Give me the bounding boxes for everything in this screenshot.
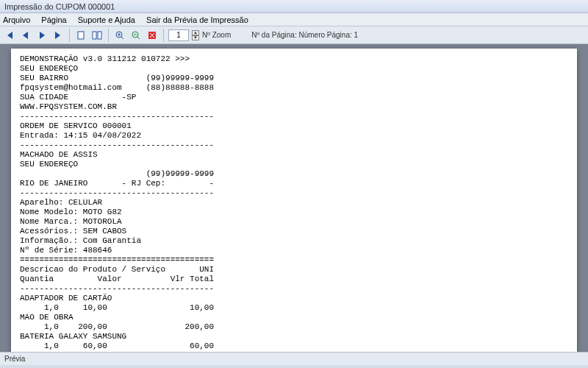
zoom-input[interactable] <box>168 29 189 41</box>
receipt-separator: ---------------------------------------- <box>20 351 214 352</box>
receipt-separator: ---------------------------------------- <box>20 141 214 149</box>
nav-first-button[interactable] <box>3 29 16 42</box>
menu-sair[interactable]: Sair da Prévia de Impressão <box>146 15 248 24</box>
receipt-separator: ---------------------------------------- <box>20 112 214 121</box>
svg-rect-2 <box>98 32 101 39</box>
toolbar: ▲▼ Nº Zoom Nº da Página: Número Página: … <box>0 26 588 44</box>
toolbar-separator <box>108 29 109 42</box>
page-single-icon[interactable] <box>74 29 87 42</box>
page-number-label: Nº da Página: Número Página: 1 <box>251 31 358 39</box>
status-text: Prévia <box>4 355 25 363</box>
receipt-line: ADAPTADOR DE CARTÃO <box>20 294 112 302</box>
window-titlebar: Impressão do CUPOM 000001 <box>0 0 588 13</box>
receipt-line: 1,0 10,00 10,00 <box>20 303 214 312</box>
receipt-line: SEU BAIRRO (99)99999-9999 <box>20 74 214 82</box>
zoom-field: ▲▼ Nº Zoom <box>168 29 231 41</box>
nav-prev-button[interactable] <box>19 29 32 42</box>
zoom-label: Nº Zoom <box>202 31 231 39</box>
receipt-line: Aparelho: CELULAR <box>20 198 102 207</box>
menu-pagina[interactable]: Página <box>41 15 66 24</box>
zoom-in-icon[interactable] <box>113 29 126 42</box>
receipt-separator: ---------------------------------------- <box>20 188 214 197</box>
receipt-line: 1,0 200,00 200,00 <box>20 322 214 331</box>
receipt-line: Acessórios.: SEM CABOS <box>20 227 126 236</box>
svg-rect-0 <box>78 32 84 39</box>
receipt-line: SEU ENDEREÇO <box>20 160 78 169</box>
receipt-line: DEMONSTRAÇÃO v3.0 311212 010722 >>> <box>20 54 190 63</box>
toolbar-separator <box>69 29 70 42</box>
nav-last-button[interactable] <box>51 29 65 42</box>
receipt-line: (99)99999-9999 <box>20 169 214 178</box>
receipt-line: fpqsystem@hotmail.com (88)88888-8888 <box>20 83 214 92</box>
zoom-spinner[interactable]: ▲▼ <box>192 30 199 40</box>
menu-suporte[interactable]: Suporte e Ajuda <box>78 15 135 24</box>
preview-viewport[interactable]: DEMONSTRAÇÃO v3.0 311212 010722 >>> SEU … <box>0 44 588 352</box>
receipt-page: DEMONSTRAÇÃO v3.0 311212 010722 >>> SEU … <box>11 49 577 352</box>
window-title: Impressão do CUPOM 000001 <box>4 2 115 11</box>
receipt-line: Nome Modelo: MOTO G82 <box>20 208 122 216</box>
receipt-line: MAO DE OBRA <box>20 313 74 322</box>
toolbar-separator <box>163 29 164 42</box>
svg-rect-1 <box>93 32 96 39</box>
receipt-line: Nº de Série: 488646 <box>20 246 112 255</box>
receipt-line: Informação.: Com Garantia <box>20 236 141 245</box>
receipt-line: ORDEM DE SERVICO 000001 <box>20 121 132 130</box>
receipt-line: Nome Marca.: MOTOROLA <box>20 217 122 226</box>
receipt-line: SUA CIDADE -SP <box>20 93 136 102</box>
receipt-double-separator: ======================================== <box>20 255 214 264</box>
receipt-line: RIO DE JANEIRO - RJ Cep: - <box>20 179 214 188</box>
receipt-line: Entrada: 14:15 04/08/2022 <box>20 131 141 140</box>
receipt-separator: ---------------------------------------- <box>20 284 214 293</box>
statusbar: Prévia <box>0 352 588 365</box>
nav-next-button[interactable] <box>35 29 49 42</box>
receipt-line: 1,0 60,00 60,00 <box>20 342 214 350</box>
receipt-line: MACHADO DE ASSIS <box>20 150 98 159</box>
menu-arquivo[interactable]: Arquivo <box>3 15 30 24</box>
zoom-out-icon[interactable] <box>129 29 143 42</box>
page-multi-icon[interactable] <box>90 29 104 42</box>
receipt-line: WWW.FPQSYSTEM.COM.BR <box>20 102 117 111</box>
receipt-line: Quantia Valor Vlr Total <box>20 275 214 283</box>
receipt-line: Descricao do Produto / Serviço UNI <box>20 265 214 274</box>
page-number-text: Nº da Página: Número Página: 1 <box>251 31 358 39</box>
receipt-line: SEU ENDEREÇO <box>20 64 78 73</box>
close-preview-button[interactable] <box>146 29 159 42</box>
menubar: Arquivo Página Suporte e Ajuda Sair da P… <box>0 13 588 26</box>
receipt-line: BATERIA GALAXY SAMSUNG <box>20 332 126 341</box>
